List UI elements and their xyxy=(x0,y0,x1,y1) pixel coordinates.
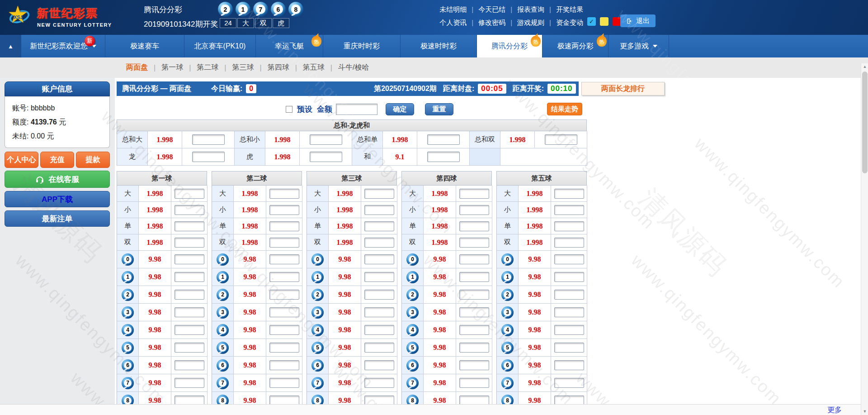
scrollbar-thumb[interactable] xyxy=(862,72,868,173)
logout-button[interactable]: 退出 xyxy=(620,14,656,27)
bet-input[interactable] xyxy=(459,189,489,199)
header-link-2[interactable]: 游戏规则 xyxy=(517,19,544,26)
bet-input[interactable] xyxy=(364,205,394,215)
subnav-item-4[interactable]: 第四球 xyxy=(262,63,295,72)
theme-blue-checkbox[interactable]: ✓ xyxy=(587,17,596,26)
bet-input[interactable] xyxy=(175,343,204,353)
bet-input[interactable] xyxy=(459,272,489,282)
bet-input[interactable] xyxy=(459,378,489,388)
sidebar-button-0[interactable]: 个人中心 xyxy=(5,152,38,168)
nav-tab-1[interactable]: 极速赛车 xyxy=(105,35,184,57)
bet-input[interactable] xyxy=(175,307,204,317)
bet-input[interactable] xyxy=(192,134,225,145)
bet-input[interactable] xyxy=(269,254,299,264)
subnav-item-1[interactable]: 第一球 xyxy=(156,63,189,72)
subnav-item-0[interactable]: 两面盘 xyxy=(120,63,154,72)
bet-input[interactable] xyxy=(364,360,394,370)
bet-input[interactable] xyxy=(175,396,204,404)
bet-input[interactable] xyxy=(364,325,394,335)
bet-input[interactable] xyxy=(269,378,299,388)
bet-input[interactable] xyxy=(310,134,342,145)
bet-input[interactable] xyxy=(459,290,489,300)
bet-input[interactable] xyxy=(269,325,299,335)
bet-input[interactable] xyxy=(554,396,584,404)
subnav-item-3[interactable]: 第三球 xyxy=(226,63,259,72)
bet-input[interactable] xyxy=(364,378,394,388)
two-side-rank-button[interactable]: 两面长龙排行 xyxy=(581,82,665,95)
header-link-1[interactable]: 修改密码 xyxy=(478,19,505,26)
bet-input[interactable] xyxy=(459,238,489,248)
header-link-1[interactable]: 今天已结 xyxy=(478,5,505,13)
bet-input[interactable] xyxy=(545,134,577,145)
bet-input[interactable] xyxy=(364,272,394,282)
bet-input[interactable] xyxy=(554,378,584,388)
bet-input[interactable] xyxy=(459,254,489,264)
bet-input[interactable] xyxy=(364,238,394,248)
theme-yellow-checkbox[interactable] xyxy=(600,17,609,26)
header-link-2[interactable]: 报表查询 xyxy=(517,5,544,13)
bet-input[interactable] xyxy=(427,152,460,162)
header-link-3[interactable]: 开奖结果 xyxy=(556,5,583,13)
sidebar-button-2[interactable]: 提款 xyxy=(76,152,110,168)
bet-input[interactable] xyxy=(175,272,204,282)
reset-button[interactable]: 重置 xyxy=(425,103,453,115)
scroll-down-arrow-icon[interactable]: ▼ xyxy=(861,408,868,415)
bet-input[interactable] xyxy=(427,134,460,145)
bet-input[interactable] xyxy=(554,343,584,353)
collapse-nav-button[interactable]: ▲ xyxy=(0,35,21,57)
bet-input[interactable] xyxy=(175,378,204,388)
app-download-button[interactable]: APP下载 xyxy=(5,191,110,207)
latest-orders-button[interactable]: 最新注单 xyxy=(5,210,110,227)
preset-checkbox[interactable] xyxy=(286,106,292,113)
bet-input[interactable] xyxy=(554,360,584,370)
header-link-3[interactable]: 资金变动 xyxy=(556,19,583,26)
subnav-item-2[interactable]: 第二球 xyxy=(191,63,224,72)
nav-tab-7[interactable]: 极速两分彩热 xyxy=(542,35,609,57)
header-link-0[interactable]: 未结明细 xyxy=(439,5,467,13)
subnav-item-6[interactable]: 斗牛/梭哈 xyxy=(332,63,375,72)
nav-tab-8[interactable]: 更多游戏 xyxy=(609,35,669,57)
nav-tab-5[interactable]: 极速时时彩 xyxy=(401,35,477,57)
bet-input[interactable] xyxy=(554,221,584,231)
bet-input[interactable] xyxy=(175,205,204,215)
bet-input[interactable] xyxy=(175,221,204,231)
bet-input[interactable] xyxy=(459,360,489,370)
header-link-0[interactable]: 个人资讯 xyxy=(439,19,467,26)
bet-input[interactable] xyxy=(175,325,204,335)
bet-input[interactable] xyxy=(269,307,299,317)
bet-input[interactable] xyxy=(175,238,204,248)
scroll-up-arrow-icon[interactable]: ▲ xyxy=(861,63,868,70)
bet-input[interactable] xyxy=(554,290,584,300)
bet-input[interactable] xyxy=(554,307,584,317)
bet-input[interactable] xyxy=(364,343,394,353)
bet-input[interactable] xyxy=(364,307,394,317)
subnav-item-5[interactable]: 第五球 xyxy=(297,63,330,72)
bet-input[interactable] xyxy=(554,254,584,264)
bet-input[interactable] xyxy=(364,290,394,300)
bet-input[interactable] xyxy=(269,221,299,231)
bet-input[interactable] xyxy=(554,238,584,248)
bet-input[interactable] xyxy=(269,396,299,404)
bet-input[interactable] xyxy=(269,238,299,248)
bet-input[interactable] xyxy=(192,152,225,162)
bet-input[interactable] xyxy=(269,290,299,300)
confirm-button[interactable]: 确定 xyxy=(386,103,414,115)
bet-input[interactable] xyxy=(269,272,299,282)
bet-input[interactable] xyxy=(175,189,204,199)
bet-input[interactable] xyxy=(364,189,394,199)
bet-input[interactable] xyxy=(459,325,489,335)
nav-tab-0[interactable]: 新世纪彩票欢迎您新 xyxy=(21,35,105,57)
bet-input[interactable] xyxy=(269,189,299,199)
bet-input[interactable] xyxy=(269,343,299,353)
nav-tab-6[interactable]: 腾讯分分彩热 xyxy=(477,35,542,57)
bet-input[interactable] xyxy=(269,360,299,370)
more-link[interactable]: 更多 xyxy=(827,405,842,415)
bet-input[interactable] xyxy=(554,325,584,335)
bet-input[interactable] xyxy=(459,307,489,317)
amount-input[interactable] xyxy=(336,104,377,115)
bet-input[interactable] xyxy=(269,205,299,215)
bet-input[interactable] xyxy=(364,396,394,404)
bet-input[interactable] xyxy=(175,290,204,300)
online-service-button[interactable]: 在线客服 xyxy=(5,171,110,188)
nav-tab-2[interactable]: 北京赛车(PK10) xyxy=(184,35,256,57)
